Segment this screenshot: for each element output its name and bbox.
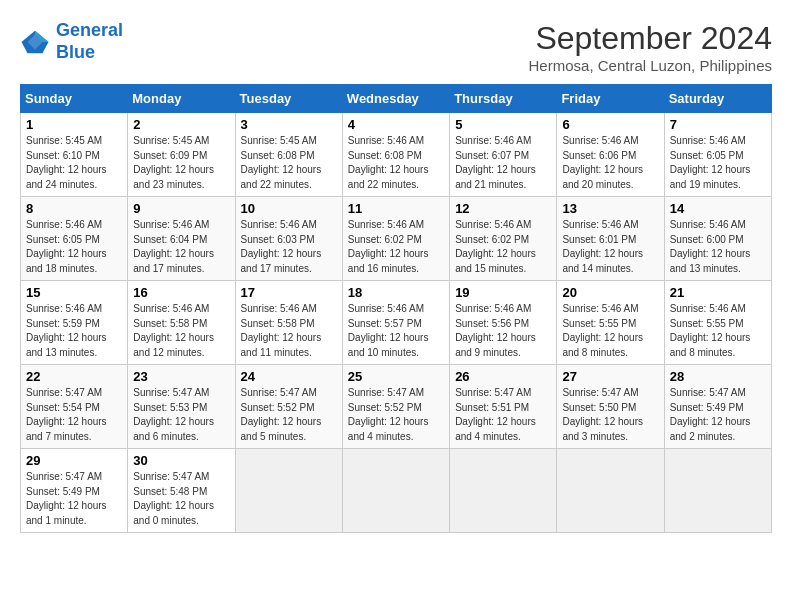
calendar-day: 18Sunrise: 5:46 AM Sunset: 5:57 PM Dayli…	[342, 281, 449, 365]
calendar-day: 22Sunrise: 5:47 AM Sunset: 5:54 PM Dayli…	[21, 365, 128, 449]
day-number: 4	[348, 117, 444, 132]
day-number: 5	[455, 117, 551, 132]
day-info: Sunrise: 5:46 AM Sunset: 6:05 PM Dayligh…	[670, 134, 766, 192]
day-info: Sunrise: 5:47 AM Sunset: 5:49 PM Dayligh…	[670, 386, 766, 444]
col-monday: Monday	[128, 85, 235, 113]
day-info: Sunrise: 5:46 AM Sunset: 6:02 PM Dayligh…	[348, 218, 444, 276]
day-info: Sunrise: 5:47 AM Sunset: 5:54 PM Dayligh…	[26, 386, 122, 444]
calendar-day	[235, 449, 342, 533]
calendar-day: 29Sunrise: 5:47 AM Sunset: 5:49 PM Dayli…	[21, 449, 128, 533]
day-number: 30	[133, 453, 229, 468]
col-tuesday: Tuesday	[235, 85, 342, 113]
day-info: Sunrise: 5:46 AM Sunset: 5:56 PM Dayligh…	[455, 302, 551, 360]
day-number: 1	[26, 117, 122, 132]
day-number: 22	[26, 369, 122, 384]
day-number: 19	[455, 285, 551, 300]
calendar-body: 1Sunrise: 5:45 AM Sunset: 6:10 PM Daylig…	[21, 113, 772, 533]
calendar-day: 11Sunrise: 5:46 AM Sunset: 6:02 PM Dayli…	[342, 197, 449, 281]
calendar-day: 24Sunrise: 5:47 AM Sunset: 5:52 PM Dayli…	[235, 365, 342, 449]
calendar-day: 13Sunrise: 5:46 AM Sunset: 6:01 PM Dayli…	[557, 197, 664, 281]
page-header: General Blue September 2024 Hermosa, Cen…	[20, 20, 772, 74]
calendar-table: Sunday Monday Tuesday Wednesday Thursday…	[20, 84, 772, 533]
calendar-day: 25Sunrise: 5:47 AM Sunset: 5:52 PM Dayli…	[342, 365, 449, 449]
calendar-day: 3Sunrise: 5:45 AM Sunset: 6:08 PM Daylig…	[235, 113, 342, 197]
day-number: 21	[670, 285, 766, 300]
calendar-header-row: Sunday Monday Tuesday Wednesday Thursday…	[21, 85, 772, 113]
day-info: Sunrise: 5:47 AM Sunset: 5:50 PM Dayligh…	[562, 386, 658, 444]
day-number: 13	[562, 201, 658, 216]
day-number: 7	[670, 117, 766, 132]
calendar-day: 30Sunrise: 5:47 AM Sunset: 5:48 PM Dayli…	[128, 449, 235, 533]
day-number: 12	[455, 201, 551, 216]
calendar-day: 8Sunrise: 5:46 AM Sunset: 6:05 PM Daylig…	[21, 197, 128, 281]
day-info: Sunrise: 5:46 AM Sunset: 6:08 PM Dayligh…	[348, 134, 444, 192]
day-info: Sunrise: 5:47 AM Sunset: 5:52 PM Dayligh…	[241, 386, 337, 444]
day-info: Sunrise: 5:46 AM Sunset: 6:01 PM Dayligh…	[562, 218, 658, 276]
page-subtitle: Hermosa, Central Luzon, Philippines	[529, 57, 772, 74]
day-info: Sunrise: 5:46 AM Sunset: 5:58 PM Dayligh…	[241, 302, 337, 360]
day-number: 15	[26, 285, 122, 300]
calendar-day: 1Sunrise: 5:45 AM Sunset: 6:10 PM Daylig…	[21, 113, 128, 197]
calendar-day	[557, 449, 664, 533]
calendar-day	[342, 449, 449, 533]
day-info: Sunrise: 5:47 AM Sunset: 5:51 PM Dayligh…	[455, 386, 551, 444]
calendar-week-5: 29Sunrise: 5:47 AM Sunset: 5:49 PM Dayli…	[21, 449, 772, 533]
logo-text: General Blue	[56, 20, 123, 63]
day-info: Sunrise: 5:47 AM Sunset: 5:52 PM Dayligh…	[348, 386, 444, 444]
day-number: 26	[455, 369, 551, 384]
day-number: 17	[241, 285, 337, 300]
day-number: 16	[133, 285, 229, 300]
col-wednesday: Wednesday	[342, 85, 449, 113]
day-info: Sunrise: 5:46 AM Sunset: 6:00 PM Dayligh…	[670, 218, 766, 276]
day-info: Sunrise: 5:45 AM Sunset: 6:09 PM Dayligh…	[133, 134, 229, 192]
day-info: Sunrise: 5:46 AM Sunset: 6:02 PM Dayligh…	[455, 218, 551, 276]
day-info: Sunrise: 5:46 AM Sunset: 6:07 PM Dayligh…	[455, 134, 551, 192]
day-number: 8	[26, 201, 122, 216]
day-info: Sunrise: 5:47 AM Sunset: 5:48 PM Dayligh…	[133, 470, 229, 528]
day-number: 14	[670, 201, 766, 216]
calendar-day: 27Sunrise: 5:47 AM Sunset: 5:50 PM Dayli…	[557, 365, 664, 449]
title-block: September 2024 Hermosa, Central Luzon, P…	[529, 20, 772, 74]
logo: General Blue	[20, 20, 123, 63]
calendar-day: 2Sunrise: 5:45 AM Sunset: 6:09 PM Daylig…	[128, 113, 235, 197]
day-info: Sunrise: 5:46 AM Sunset: 5:57 PM Dayligh…	[348, 302, 444, 360]
calendar-day: 23Sunrise: 5:47 AM Sunset: 5:53 PM Dayli…	[128, 365, 235, 449]
day-info: Sunrise: 5:45 AM Sunset: 6:08 PM Dayligh…	[241, 134, 337, 192]
calendar-day: 20Sunrise: 5:46 AM Sunset: 5:55 PM Dayli…	[557, 281, 664, 365]
day-number: 11	[348, 201, 444, 216]
col-friday: Friday	[557, 85, 664, 113]
day-number: 28	[670, 369, 766, 384]
day-info: Sunrise: 5:46 AM Sunset: 5:55 PM Dayligh…	[670, 302, 766, 360]
calendar-day: 5Sunrise: 5:46 AM Sunset: 6:07 PM Daylig…	[450, 113, 557, 197]
day-number: 3	[241, 117, 337, 132]
calendar-week-1: 1Sunrise: 5:45 AM Sunset: 6:10 PM Daylig…	[21, 113, 772, 197]
day-info: Sunrise: 5:46 AM Sunset: 5:59 PM Dayligh…	[26, 302, 122, 360]
calendar-day: 12Sunrise: 5:46 AM Sunset: 6:02 PM Dayli…	[450, 197, 557, 281]
col-saturday: Saturday	[664, 85, 771, 113]
day-info: Sunrise: 5:46 AM Sunset: 5:58 PM Dayligh…	[133, 302, 229, 360]
day-info: Sunrise: 5:46 AM Sunset: 6:04 PM Dayligh…	[133, 218, 229, 276]
day-info: Sunrise: 5:46 AM Sunset: 6:05 PM Dayligh…	[26, 218, 122, 276]
day-number: 27	[562, 369, 658, 384]
calendar-day	[664, 449, 771, 533]
day-info: Sunrise: 5:46 AM Sunset: 5:55 PM Dayligh…	[562, 302, 658, 360]
day-number: 2	[133, 117, 229, 132]
calendar-day: 9Sunrise: 5:46 AM Sunset: 6:04 PM Daylig…	[128, 197, 235, 281]
calendar-day: 14Sunrise: 5:46 AM Sunset: 6:00 PM Dayli…	[664, 197, 771, 281]
day-number: 23	[133, 369, 229, 384]
day-number: 29	[26, 453, 122, 468]
day-info: Sunrise: 5:47 AM Sunset: 5:53 PM Dayligh…	[133, 386, 229, 444]
logo-icon	[20, 27, 50, 57]
day-number: 10	[241, 201, 337, 216]
calendar-day: 6Sunrise: 5:46 AM Sunset: 6:06 PM Daylig…	[557, 113, 664, 197]
calendar-day: 17Sunrise: 5:46 AM Sunset: 5:58 PM Dayli…	[235, 281, 342, 365]
day-info: Sunrise: 5:45 AM Sunset: 6:10 PM Dayligh…	[26, 134, 122, 192]
calendar-week-3: 15Sunrise: 5:46 AM Sunset: 5:59 PM Dayli…	[21, 281, 772, 365]
calendar-day: 26Sunrise: 5:47 AM Sunset: 5:51 PM Dayli…	[450, 365, 557, 449]
calendar-day: 15Sunrise: 5:46 AM Sunset: 5:59 PM Dayli…	[21, 281, 128, 365]
calendar-day: 4Sunrise: 5:46 AM Sunset: 6:08 PM Daylig…	[342, 113, 449, 197]
day-number: 25	[348, 369, 444, 384]
page-title: September 2024	[529, 20, 772, 57]
calendar-week-4: 22Sunrise: 5:47 AM Sunset: 5:54 PM Dayli…	[21, 365, 772, 449]
col-sunday: Sunday	[21, 85, 128, 113]
